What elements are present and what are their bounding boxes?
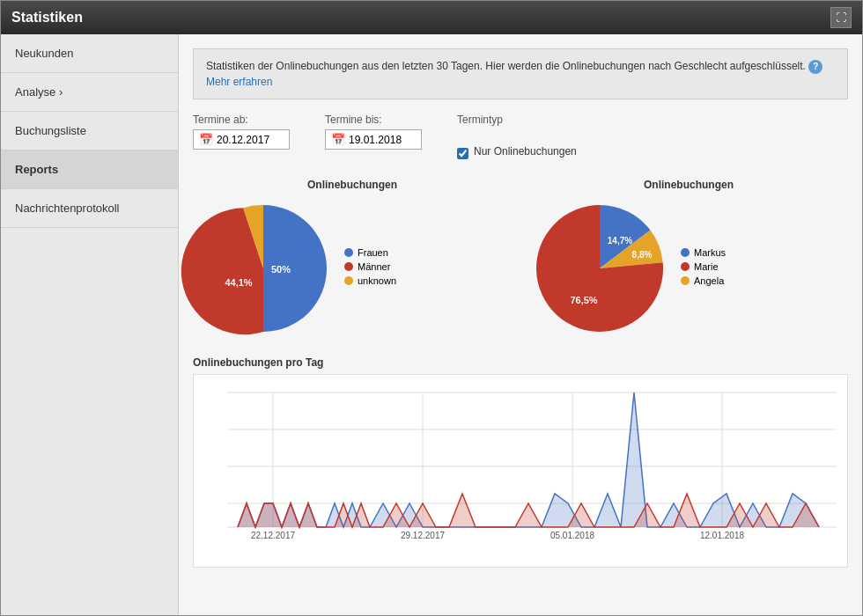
svg-text:29.12.2017: 29.12.2017	[401, 531, 445, 540]
svg-text:22.12.2017: 22.12.2017	[251, 531, 295, 540]
legend-label-angela: Angela	[694, 275, 724, 286]
onlinebuchungen-checkbox[interactable]	[457, 148, 468, 159]
line-chart-title: Onlinebuchungen pro Tag	[193, 356, 848, 369]
legend-dot-unknown	[344, 276, 353, 285]
legend-manner: Männer	[344, 261, 396, 272]
help-icon: ?	[808, 60, 822, 74]
legend-label-frauen: Frauen	[358, 247, 388, 258]
filter-date-from: Termine ab: 📅 20.12.2017	[193, 114, 290, 150]
pie1-legend: Frauen Männer unknown	[344, 247, 396, 290]
sidebar-item-nachrichtenprotokoll[interactable]: Nachrichtenprotokoll	[1, 189, 178, 228]
legend-label-markus: Markus	[694, 247, 726, 258]
pie1-wrapper: 50% 44,1% Frauen Männer	[193, 198, 512, 339]
window-title: Statistiken	[11, 10, 83, 26]
legend-marie: Marie	[681, 261, 726, 272]
svg-text:44,1%: 44,1%	[225, 277, 252, 288]
content-area: Neukunden Analyse Buchungsliste Reports …	[1, 34, 862, 615]
sidebar-item-neukunden[interactable]: Neukunden	[1, 34, 178, 73]
pie2-wrapper: 14,7% 8,8% 76,5% Markus Marie	[529, 198, 848, 339]
titlebar-controls: ⛶	[830, 7, 852, 28]
date-to-value: 19.01.2018	[349, 134, 402, 146]
filter-date-to: Termine bis: 📅 19.01.2018	[325, 114, 422, 150]
date-from-label: Termine ab:	[193, 114, 290, 126]
sidebar-item-analyse[interactable]: Analyse	[1, 73, 178, 112]
titlebar: Statistiken ⛶	[1, 1, 862, 34]
pie2-title: Onlinebuchungen	[529, 179, 848, 191]
legend-label-marie: Marie	[694, 261, 719, 272]
line-chart-section: Onlinebuchungen pro Tag 4 3 2 1 0	[193, 356, 848, 568]
legend-markus: Markus	[681, 247, 726, 258]
svg-text:50%: 50%	[271, 264, 291, 275]
mehr-erfahren-link[interactable]: Mehr erfahren	[206, 76, 272, 88]
legend-dot-angela	[681, 276, 690, 285]
onlinebuchungen-label: Nur Onlinebuchungen	[474, 145, 577, 158]
main-content: Statistiken der Onlinebuchungen aus den …	[179, 34, 862, 615]
date-from-input[interactable]: 📅 20.12.2017	[193, 129, 290, 150]
legend-frauen: Frauen	[344, 247, 396, 258]
checkbox-onlinebuchungen: Nur Onlinebuchungen	[457, 145, 577, 161]
legend-dot-frauen	[344, 248, 353, 257]
date-from-value: 20.12.2017	[217, 134, 269, 146]
legend-label-manner: Männer	[358, 261, 390, 272]
pie1-svg: 50% 44,1%	[193, 198, 334, 339]
info-box: Statistiken der Onlinebuchungen aus den …	[193, 48, 848, 99]
filters-row: Termine ab: 📅 20.12.2017 Termine bis: 📅 …	[193, 114, 848, 161]
pie1-title: Onlinebuchungen	[193, 179, 512, 191]
pie-chart-2: Onlinebuchungen	[529, 179, 848, 339]
main-window: Statistiken ⛶ Neukunden Analyse Buchungs…	[0, 0, 863, 616]
filter-termintyp: Termintyp Nur Onlinebuchungen	[457, 114, 577, 161]
maximize-button[interactable]: ⛶	[830, 7, 852, 28]
legend-dot-markus	[681, 248, 690, 257]
info-text: Statistiken der Onlinebuchungen aus den …	[206, 60, 806, 72]
calendar-icon-from: 📅	[199, 133, 213, 146]
termintyp-label: Termintyp	[457, 114, 577, 126]
legend-label-unknown: unknown	[358, 275, 396, 286]
svg-text:05.01.2018: 05.01.2018	[550, 531, 594, 540]
legend-dot-manner	[344, 262, 353, 271]
calendar-icon-to: 📅	[331, 133, 345, 146]
sidebar-item-buchungsliste[interactable]: Buchungsliste	[1, 112, 178, 150]
svg-text:12.01.2018: 12.01.2018	[700, 531, 744, 540]
date-to-label: Termine bis:	[325, 114, 422, 126]
pie2-legend: Markus Marie Angela	[681, 247, 726, 290]
line-chart-svg: 4 3 2 1 0 22.12.2017 29.12.2017	[220, 382, 837, 540]
legend-unknown: unknown	[344, 275, 396, 286]
sidebar: Neukunden Analyse Buchungsliste Reports …	[1, 34, 179, 615]
sidebar-item-reports[interactable]: Reports	[1, 150, 178, 189]
legend-angela: Angela	[681, 275, 726, 286]
pie2-svg: 14,7% 8,8% 76,5%	[529, 198, 670, 339]
svg-text:14,7%: 14,7%	[608, 236, 632, 246]
pie-chart-1: Onlinebuchungen 50% 44,1%	[193, 179, 512, 339]
pie-charts-row: Onlinebuchungen 50% 44,1%	[193, 179, 848, 339]
svg-text:76,5%: 76,5%	[570, 295, 597, 305]
line-chart-area: 4 3 2 1 0 22.12.2017 29.12.2017	[193, 374, 848, 568]
legend-dot-marie	[681, 262, 690, 271]
svg-text:8,8%: 8,8%	[632, 250, 653, 260]
date-to-input[interactable]: 📅 19.01.2018	[325, 129, 422, 150]
